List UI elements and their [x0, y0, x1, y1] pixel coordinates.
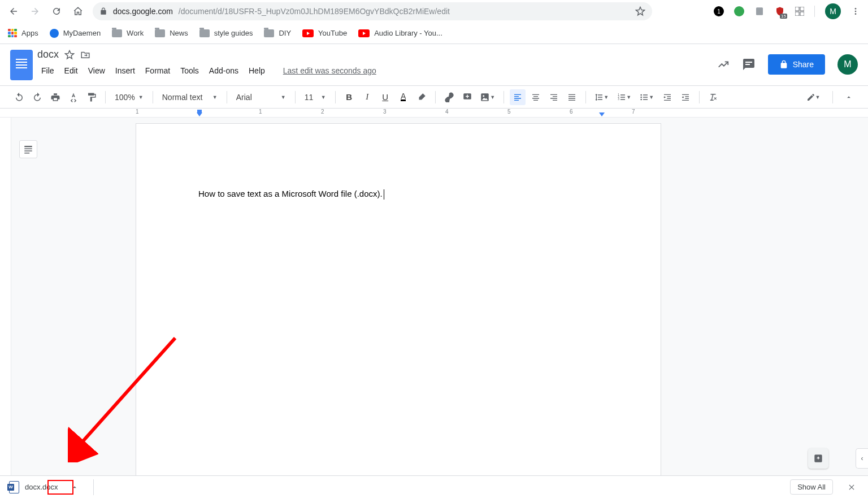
redo-button[interactable] — [29, 89, 45, 105]
extension-badge-black[interactable]: 1 — [714, 6, 724, 16]
url-path: /document/d/18USFR-5_HupVz0m0JLhDM189EM6… — [179, 7, 450, 16]
bookmark-work[interactable]: Work — [112, 29, 144, 37]
menu-file[interactable]: File — [37, 64, 58, 77]
menu-insert[interactable]: Insert — [111, 64, 139, 77]
spellcheck-button[interactable] — [66, 89, 81, 105]
comments-icon[interactable] — [742, 58, 756, 71]
add-comment-button[interactable] — [459, 89, 475, 105]
print-button[interactable] — [47, 89, 63, 105]
expand-sidebar-button[interactable]: ‹ — [856, 448, 868, 469]
align-justify-button[interactable] — [564, 89, 580, 105]
zoom-select[interactable]: 100%▼ — [111, 89, 147, 105]
activity-icon[interactable] — [717, 58, 730, 71]
italic-button[interactable]: I — [359, 89, 375, 105]
menu-edit[interactable]: Edit — [60, 64, 82, 77]
insert-link-button[interactable] — [441, 89, 457, 105]
bookmark-style-guides[interactable]: style guides — [199, 29, 253, 37]
forward-button[interactable] — [26, 2, 44, 20]
document-page[interactable]: How to save text as a Microsoft Word fil… — [136, 123, 661, 475]
caret-icon: ▼ — [604, 94, 609, 100]
separator — [93, 479, 94, 495]
menu-view[interactable]: View — [84, 64, 109, 77]
close-downloads-bar-button[interactable] — [843, 479, 860, 496]
formatting-toolbar: 100%▼ Normal text▼ Arial▼ 11▼ B I U A ▼ … — [0, 86, 868, 109]
svg-rect-2 — [800, 7, 804, 11]
bookmark-audio-library[interactable]: Audio Library - You... — [358, 29, 442, 37]
align-center-button[interactable] — [528, 89, 544, 105]
menu-addons[interactable]: Add-ons — [205, 64, 242, 77]
svg-rect-8 — [745, 62, 752, 63]
back-button[interactable] — [5, 2, 23, 20]
bookmark-news[interactable]: News — [155, 29, 188, 37]
show-outline-button[interactable] — [19, 140, 37, 158]
text-color-button[interactable]: A — [396, 89, 411, 105]
align-left-button[interactable] — [510, 89, 526, 105]
menu-tools[interactable]: Tools — [176, 64, 203, 77]
numbered-list-button[interactable]: 123▼ — [614, 89, 635, 105]
menu-format[interactable]: Format — [141, 64, 174, 77]
downloads-bar: docx.docx Show All — [0, 475, 868, 498]
extension-ublock-icon[interactable]: 15 — [775, 6, 785, 16]
extension-qr-icon[interactable] — [795, 7, 804, 16]
decrease-indent-button[interactable] — [659, 89, 675, 105]
show-all-downloads-button[interactable]: Show All — [790, 479, 833, 495]
editing-mode-select[interactable]: ▼ — [802, 89, 824, 105]
bookmark-diy[interactable]: DIY — [264, 29, 291, 37]
bold-button[interactable]: B — [341, 89, 357, 105]
folder-icon — [264, 29, 274, 37]
line-spacing-button[interactable]: ▼ — [592, 89, 612, 105]
vertical-ruler[interactable] — [0, 118, 11, 475]
apps-shortcut[interactable]: Apps — [8, 29, 38, 38]
separator — [227, 91, 227, 103]
move-document-icon[interactable] — [80, 50, 90, 60]
menu-bar: File Edit View Insert Format Tools Add-o… — [37, 64, 380, 77]
bookmark-youtube[interactable]: YouTube — [302, 29, 347, 37]
share-button[interactable]: Share — [768, 54, 825, 75]
reload-button[interactable] — [47, 2, 66, 20]
explore-button[interactable] — [808, 448, 828, 469]
left-indent-marker[interactable] — [197, 112, 202, 116]
separator — [832, 91, 833, 103]
underline-button[interactable]: U — [377, 89, 393, 105]
download-item[interactable]: docx.docx — [8, 479, 62, 496]
bulleted-list-button[interactable]: ▼ — [637, 89, 657, 105]
caret-icon: ▼ — [815, 94, 821, 100]
extension-shield-icon[interactable] — [754, 6, 765, 16]
align-right-button[interactable] — [546, 89, 562, 105]
insert-image-button[interactable]: ▼ — [478, 89, 498, 105]
star-document-icon[interactable] — [64, 50, 75, 60]
paint-format-button[interactable] — [84, 89, 99, 105]
docs-logo-icon[interactable] — [10, 50, 33, 80]
font-size-select[interactable]: 11▼ — [301, 89, 329, 105]
bookmark-star-icon[interactable] — [635, 6, 645, 16]
folder-icon — [199, 29, 210, 37]
extension-green-icon[interactable] — [734, 6, 744, 16]
highlight-button[interactable] — [414, 89, 429, 105]
ruler-tick: 1 — [136, 109, 139, 115]
bookmark-mydaemen[interactable]: MyDaemen — [50, 29, 101, 38]
document-canvas: ▲ How to save text as a Microsoft Word f… — [0, 118, 868, 475]
address-bar[interactable]: docs.google.com/document/d/18USFR-5_HupV… — [93, 2, 652, 20]
svg-point-5 — [855, 8, 857, 10]
menu-help[interactable]: Help — [245, 64, 269, 77]
collapse-toolbar-button[interactable] — [841, 89, 857, 105]
right-indent-marker[interactable] — [599, 112, 605, 116]
increase-indent-button[interactable] — [678, 89, 693, 105]
document-body-text[interactable]: How to save text as a Microsoft Word fil… — [198, 189, 384, 200]
horizontal-ruler[interactable]: 1 1 2 3 4 5 6 7 — [0, 109, 868, 118]
last-edit-link[interactable]: Last edit was seconds ago — [279, 64, 380, 77]
paragraph-style-select[interactable]: Normal text▼ — [159, 89, 221, 105]
download-options-button[interactable] — [67, 481, 82, 493]
ruler-tick: 4 — [445, 109, 449, 115]
home-button[interactable] — [69, 2, 87, 20]
document-title[interactable]: docx — [37, 49, 59, 60]
youtube-icon — [358, 29, 370, 37]
undo-button[interactable] — [11, 89, 27, 105]
caret-icon: ▼ — [281, 94, 286, 100]
clear-formatting-button[interactable] — [705, 89, 721, 105]
chrome-menu-icon[interactable] — [851, 7, 860, 16]
separator — [699, 91, 700, 103]
font-select[interactable]: Arial▼ — [233, 89, 289, 105]
profile-avatar[interactable]: M — [825, 3, 841, 19]
account-avatar[interactable]: M — [837, 54, 858, 75]
